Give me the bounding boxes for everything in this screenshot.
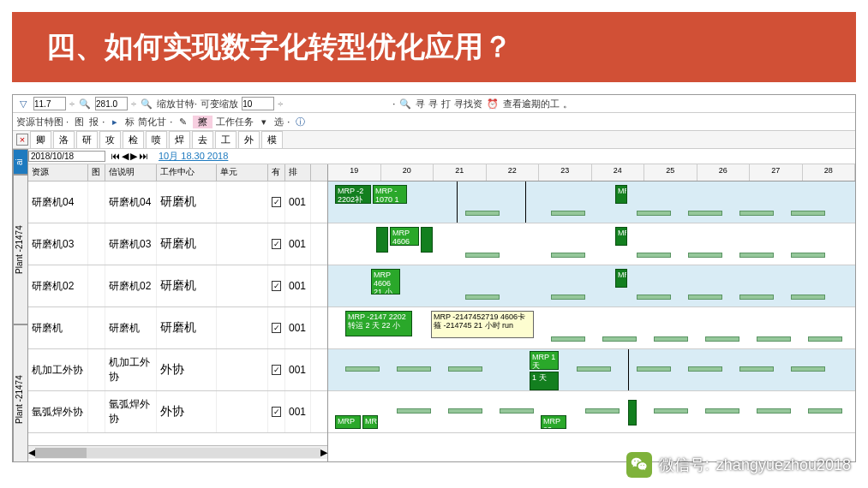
close-tab-icon[interactable]: ×	[16, 134, 28, 146]
table-row[interactable]: 研磨机 研磨机 研磨机 ✓ 001	[28, 307, 327, 349]
table-row[interactable]: 研磨机04 研磨机04 研磨机 ✓ 001	[28, 182, 327, 223]
vtab-1[interactable]: Plant -21474	[13, 175, 28, 324]
zoom-gantt-label[interactable]: 缩放甘特·	[157, 98, 197, 110]
task-stub[interactable]	[397, 366, 431, 372]
task-bar[interactable]	[628, 400, 637, 426]
task-bar[interactable]: MRP -2147 2202转运 2 天 22 小	[345, 311, 412, 336]
task-stub[interactable]	[577, 366, 611, 372]
task-stub[interactable]	[448, 366, 482, 372]
tab-8[interactable]: 工	[215, 131, 236, 148]
task-stub[interactable]	[757, 408, 791, 414]
table-row[interactable]: 机加工外协 机加工外协 外协 ✓ 001	[28, 349, 327, 391]
col-seq[interactable]: 排	[285, 164, 311, 181]
task-stub[interactable]	[551, 253, 585, 258]
checkbox-icon[interactable]: ✓	[272, 239, 281, 249]
task-stub[interactable]	[602, 336, 637, 342]
task-stub[interactable]	[688, 295, 722, 300]
task-bar[interactable]: MRP	[362, 415, 378, 429]
task-stub[interactable]	[637, 253, 671, 258]
date-first-icon[interactable]: ⏮	[111, 151, 120, 162]
task-bar[interactable]: MR	[615, 269, 627, 288]
table-row[interactable]: 研磨机02 研磨机02 研磨机 ✓ 001	[28, 265, 327, 307]
task-stub[interactable]	[500, 408, 534, 414]
report-label[interactable]: 报	[89, 116, 99, 128]
task-bar[interactable]: MRP 1 天	[530, 351, 559, 370]
table-row[interactable]: 氩弧焊外协 氩弧焊外协 外协 ✓ 001	[28, 391, 327, 433]
col-image[interactable]: 图	[88, 164, 105, 181]
search-icon-3[interactable]: 🔍	[398, 97, 412, 110]
search-icon-1[interactable]: 🔍	[78, 97, 92, 110]
task-stub[interactable]	[705, 336, 739, 342]
task-stub[interactable]	[637, 366, 671, 372]
task-bar[interactable]: MRP 03	[541, 415, 566, 429]
vtab-0[interactable]: ai	[13, 149, 28, 175]
checkbox-icon[interactable]: ✓	[272, 197, 281, 207]
tab-6[interactable]: 焊	[169, 131, 190, 148]
tab-3[interactable]: 攻	[99, 131, 121, 148]
task-bar[interactable]: 1 天	[530, 372, 559, 390]
task-stub[interactable]	[688, 211, 722, 216]
task-stub[interactable]	[739, 211, 774, 216]
search-icon-2[interactable]: 🔍	[140, 97, 153, 110]
task-bar[interactable]: MR	[615, 185, 627, 204]
task-stub[interactable]	[791, 295, 825, 300]
tab-2[interactable]: 研	[76, 131, 98, 148]
tab-7[interactable]: 去	[192, 131, 213, 148]
col-has[interactable]: 有	[268, 164, 285, 181]
find-res-label[interactable]: 寻找资	[454, 98, 482, 110]
zoom-input-1[interactable]	[33, 97, 66, 110]
task-stub[interactable]	[551, 336, 585, 342]
col-unit[interactable]: 单元	[217, 164, 268, 181]
checkbox-icon[interactable]: ✓	[272, 407, 281, 417]
tab-10[interactable]: 模	[261, 131, 283, 148]
simple-gantt-label[interactable]: 简化甘	[138, 116, 166, 128]
task-stub[interactable]	[791, 253, 825, 258]
task-bar[interactable]: MRP 4606 21 小	[390, 227, 419, 246]
chevron-down-icon[interactable]: ▾	[257, 115, 271, 128]
task-stub[interactable]	[345, 366, 380, 372]
task-bar[interactable]: MRP	[335, 415, 361, 429]
tab-5[interactable]: 喷	[146, 131, 167, 148]
task-stub[interactable]	[397, 408, 431, 414]
filter-icon[interactable]: ▽	[16, 97, 30, 110]
task-stub[interactable]	[688, 366, 722, 372]
task-bar[interactable]: MR	[615, 227, 627, 246]
col-work-center[interactable]: 工作中心	[157, 164, 217, 181]
date-input[interactable]	[28, 151, 105, 162]
overdue-label[interactable]: 查看逾期的工	[503, 98, 560, 110]
task-stub[interactable]	[739, 295, 774, 300]
vtab-2[interactable]: Plant -21474	[13, 324, 28, 462]
zoom-input-2[interactable]	[95, 97, 128, 110]
task-stub[interactable]	[551, 295, 585, 300]
chart-icon[interactable]: 图	[72, 115, 86, 128]
task-stub[interactable]	[654, 336, 688, 342]
checkbox-icon[interactable]: ✓	[272, 281, 281, 291]
find-label[interactable]: 寻	[416, 98, 425, 110]
grid-hscroll[interactable]: ◀▶	[28, 445, 327, 459]
task-stub[interactable]	[637, 295, 671, 300]
info-icon[interactable]: ⓘ	[293, 115, 307, 128]
task-bar[interactable]: MRP - 1070 1 天 r	[373, 185, 407, 204]
select-label[interactable]: 选	[274, 116, 284, 128]
task-stub[interactable]	[791, 366, 825, 372]
task-stub[interactable]	[757, 336, 791, 342]
task-bar[interactable]: MRP 4606 21 小	[371, 269, 400, 295]
table-row[interactable]: 研磨机03 研磨机03 研磨机 ✓ 001	[28, 223, 327, 265]
tab-4[interactable]: 检	[123, 131, 144, 148]
task-stub[interactable]	[465, 211, 500, 216]
task-stub[interactable]	[688, 253, 722, 258]
date-next-icon[interactable]: ▶	[130, 151, 137, 162]
task-box[interactable]: MRP -2147452719 4606卡箍 -214745 21 小时 run	[431, 311, 534, 338]
date-prev-icon[interactable]: ◀	[122, 151, 129, 162]
task-stub[interactable]	[551, 211, 585, 216]
task-stub[interactable]	[585, 408, 620, 414]
var-zoom-input[interactable]	[242, 97, 274, 110]
task-stub[interactable]	[705, 408, 739, 414]
clock-icon[interactable]: ⏰	[486, 97, 500, 110]
task-stub[interactable]	[637, 211, 671, 216]
print-label[interactable]: 打	[441, 98, 451, 110]
flag-label[interactable]: 标	[125, 116, 135, 128]
res-gantt-label[interactable]: 资源甘特图 ·	[16, 116, 69, 128]
tab-9[interactable]: 外	[238, 131, 260, 148]
col-desc[interactable]: 信说明	[105, 164, 157, 181]
